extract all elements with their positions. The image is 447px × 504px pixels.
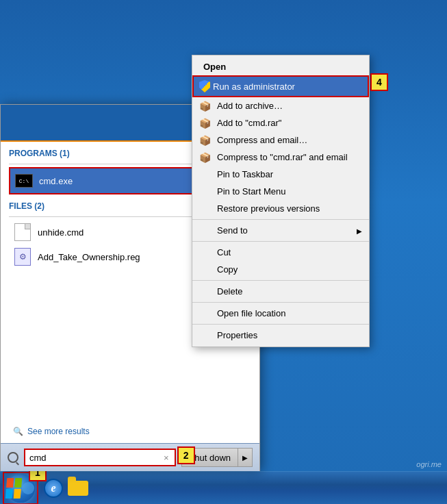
ctx-label-restore: Restore previous versions: [217, 203, 320, 214]
start-button[interactable]: 1: [3, 472, 38, 505]
ctx-label-copy: Copy: [217, 264, 238, 275]
win-logo-blue: [5, 489, 13, 499]
ctx-label-pin-start: Pin to Start Menu: [217, 186, 285, 197]
ctx-arrow-icon: ▶: [357, 227, 362, 234]
archive-icon-4: 📦: [198, 151, 212, 164]
search-icon: [8, 452, 18, 463]
ctx-label-properties: Properties: [217, 330, 257, 340]
file-icon-unhide: [13, 223, 32, 242]
ctx-label-cut: Cut: [217, 247, 231, 257]
uac-shield-icon: [199, 80, 210, 92]
ctx-item-restore-versions[interactable]: Restore previous versions: [192, 200, 369, 217]
archive-icon-3: 📦: [198, 134, 212, 147]
ctx-separator-3: [192, 280, 369, 281]
ctx-item-properties[interactable]: Properties: [192, 327, 369, 344]
windows-logo-grid: [5, 478, 22, 499]
ctx-item-copy[interactable]: Copy: [192, 261, 369, 278]
ctx-label-open: Open: [203, 62, 226, 72]
search-box[interactable]: cmd × 2: [24, 449, 176, 466]
see-more-label: See more results: [27, 427, 90, 436]
ctx-item-cut[interactable]: Cut: [192, 244, 369, 261]
watermark: ogri.me: [416, 460, 442, 468]
ctx-separator-1: [192, 219, 369, 220]
step-badge-4: 4: [370, 73, 388, 91]
ctx-separator-2: [192, 241, 369, 242]
ctx-item-pin-start[interactable]: Pin to Start Menu: [192, 183, 369, 200]
ctx-label-open-location: Open file location: [217, 308, 285, 318]
ctx-item-pin-taskbar[interactable]: Pin to Taskbar: [192, 166, 369, 183]
reg-icon: [13, 247, 32, 266]
ctx-item-compress-rar-email[interactable]: 📦 Compress to "cmd.rar" and email: [192, 149, 369, 166]
ctx-item-compress-email[interactable]: 📦 Compress and email…: [192, 131, 369, 149]
folder-shape: [68, 481, 88, 496]
ctx-separator-4: [192, 302, 369, 303]
ctx-label-pin-taskbar: Pin to Taskbar: [217, 169, 273, 179]
win-logo-green: [14, 478, 22, 488]
taskbar-folder-icon[interactable]: [67, 477, 89, 499]
ctx-item-delete[interactable]: Delete: [192, 283, 369, 300]
ctx-label-run-admin: Run as administrator: [213, 81, 295, 92]
archive-icon-1: 📦: [198, 99, 212, 113]
ctx-item-add-archive[interactable]: 📦 Add to archive…: [192, 97, 369, 114]
ctx-label-delete: Delete: [217, 286, 243, 297]
file-item-label-reg: Add_Take_Ownership.reg: [38, 252, 140, 262]
archive-icon-2: 📦: [198, 116, 212, 130]
ctx-item-run-as-admin[interactable]: Run as administrator 4: [192, 75, 369, 97]
cmd-icon: C:\: [14, 171, 34, 190]
win-logo-red: [6, 478, 14, 488]
shutdown-arrow-icon: ▶: [238, 449, 252, 466]
win-logo-yellow: [14, 489, 21, 499]
ctx-label-add-archive: Add to archive…: [217, 101, 283, 111]
ctx-label-send-to: Send to: [217, 225, 248, 236]
desktop: Programs (1) C:\ cmd.exe 3 Files (2) unh…: [0, 0, 447, 504]
windows-logo: [6, 478, 21, 499]
taskbar: 1 e: [0, 471, 447, 504]
ctx-label-compress-email: Compress and email…: [217, 135, 307, 145]
ctx-label-add-rar: Add to "cmd.rar": [217, 118, 282, 128]
context-menu: Open Run as administrator 4 📦 Add to arc…: [192, 55, 370, 347]
ie-logo: e: [44, 479, 63, 498]
ctx-item-open-location[interactable]: Open file location: [192, 305, 369, 322]
ctx-item-send-to[interactable]: Send to ▶: [192, 222, 369, 239]
start-menu-footer: cmd × 2 Shut down ▶: [1, 443, 259, 471]
file-item-label-unhide: unhide.cmd: [38, 227, 84, 238]
ctx-label-compress-rar-email: Compress to "cmd.rar" and email: [217, 152, 348, 162]
program-item-label: cmd.exe: [39, 176, 73, 186]
ctx-item-add-rar[interactable]: 📦 Add to "cmd.rar": [192, 114, 369, 131]
search-clear-button[interactable]: ×: [162, 453, 170, 463]
step-badge-2: 2: [177, 446, 195, 464]
ctx-separator-5: [192, 324, 369, 325]
see-more-results[interactable]: 🔍 See more results: [9, 423, 251, 440]
ctx-item-open[interactable]: Open: [192, 58, 369, 75]
search-input-value: cmd: [29, 453, 162, 463]
